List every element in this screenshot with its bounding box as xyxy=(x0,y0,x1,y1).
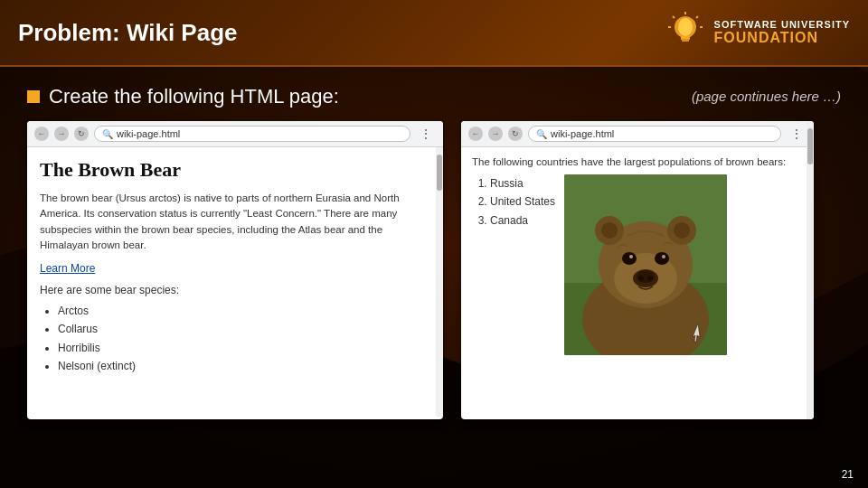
forward-button-right[interactable]: → xyxy=(488,127,503,141)
country-item: Canada xyxy=(490,211,555,230)
country-item: United States xyxy=(490,192,555,211)
back-button-right[interactable]: ← xyxy=(468,127,483,141)
list-item: Arctos xyxy=(58,302,430,320)
page-continues-label: (page continues here …) xyxy=(692,89,841,104)
svg-line-8 xyxy=(673,16,675,18)
right-layout: Russia United States Canada xyxy=(472,174,803,355)
address-bar-left[interactable]: 🔍 wiki-page.html xyxy=(94,126,410,142)
search-icon-right: 🔍 xyxy=(536,129,547,139)
logo-icon xyxy=(664,11,707,54)
svg-point-26 xyxy=(647,277,653,281)
back-button[interactable]: ← xyxy=(34,127,49,141)
scrollbar-thumb-right[interactable] xyxy=(807,147,813,164)
learn-more-link[interactable]: Learn More xyxy=(40,262,430,275)
svg-point-15 xyxy=(601,222,618,239)
logo-area: SOFTWARE UNIVERSITY FOUNDATION xyxy=(664,11,850,54)
browser-right-content: The following countries have the largest… xyxy=(461,147,814,417)
forward-button[interactable]: → xyxy=(54,127,69,141)
browser-right: ← → ↻ 🔍 wiki-page.html ⋮ The following c… xyxy=(461,121,814,419)
countries-section: Russia United States Canada xyxy=(472,174,555,355)
svg-point-24 xyxy=(637,270,655,283)
species-list: Arctos Collarus Horribilis Nelsoni (exti… xyxy=(40,302,430,376)
svg-point-25 xyxy=(638,277,644,281)
slide-header: Problem: Wiki Page SOFTWARE UNIVERSITY F… xyxy=(0,0,868,67)
svg-line-6 xyxy=(696,16,698,18)
svg-point-20 xyxy=(655,252,669,265)
svg-point-21 xyxy=(629,255,633,258)
svg-point-19 xyxy=(622,252,637,265)
section-header: Create the following HTML page: (page co… xyxy=(27,85,841,108)
svg-point-2 xyxy=(678,18,693,36)
countries-list: Russia United States Canada xyxy=(472,174,555,230)
list-title: Here are some bear species: xyxy=(40,284,430,296)
address-text-left: wiki-page.html xyxy=(117,128,180,139)
browser-right-toolbar: ← → ↻ 🔍 wiki-page.html ⋮ xyxy=(461,121,814,147)
page-paragraph: The brown bear (Ursus arctos) is native … xyxy=(40,191,430,253)
search-icon: 🔍 xyxy=(102,129,113,139)
address-bar-right[interactable]: 🔍 wiki-page.html xyxy=(528,126,781,142)
slide-title: Problem: Wiki Page xyxy=(18,19,238,47)
logo-line1: SOFTWARE UNIVERSITY xyxy=(714,19,850,30)
browser-left-toolbar: ← → ↻ 🔍 wiki-page.html ⋮ xyxy=(27,121,443,147)
menu-dots-right[interactable]: ⋮ xyxy=(787,127,807,141)
list-item: Collarus xyxy=(58,320,430,338)
slide-number: 21 xyxy=(842,468,854,481)
scrollbar-track[interactable] xyxy=(436,147,443,417)
scrollbar-track-right[interactable] xyxy=(807,147,814,417)
svg-rect-4 xyxy=(682,39,689,42)
main-content: Create the following HTML page: (page co… xyxy=(0,67,868,428)
list-item: Nelsoni (extinct) xyxy=(58,357,430,375)
bear-image xyxy=(564,174,727,355)
svg-point-17 xyxy=(674,222,690,239)
bullet-icon xyxy=(27,90,40,103)
slide: Problem: Wiki Page SOFTWARE UNIVERSITY F… xyxy=(0,0,868,488)
reload-button[interactable]: ↻ xyxy=(74,127,89,141)
list-item: Horribilis xyxy=(58,339,430,357)
intro-text: The following countries have the largest… xyxy=(472,156,803,167)
logo-text: SOFTWARE UNIVERSITY FOUNDATION xyxy=(714,19,850,46)
scrollbar-thumb[interactable] xyxy=(437,155,442,191)
address-text-right: wiki-page.html xyxy=(551,128,614,139)
menu-dots-left[interactable]: ⋮ xyxy=(416,127,436,141)
browser-left-content: The Brown Bear The brown bear (Ursus arc… xyxy=(27,147,443,417)
browsers-container: ← → ↻ 🔍 wiki-page.html ⋮ The Brown Bear … xyxy=(27,121,841,419)
reload-button-right[interactable]: ↻ xyxy=(508,127,523,141)
page-h1: The Brown Bear xyxy=(40,158,430,182)
browser-left: ← → ↻ 🔍 wiki-page.html ⋮ The Brown Bear … xyxy=(27,121,443,419)
country-item: Russia xyxy=(490,174,555,192)
section-title: Create the following HTML page: xyxy=(49,85,339,108)
logo-line2: FOUNDATION xyxy=(714,30,850,46)
svg-point-22 xyxy=(662,255,665,258)
